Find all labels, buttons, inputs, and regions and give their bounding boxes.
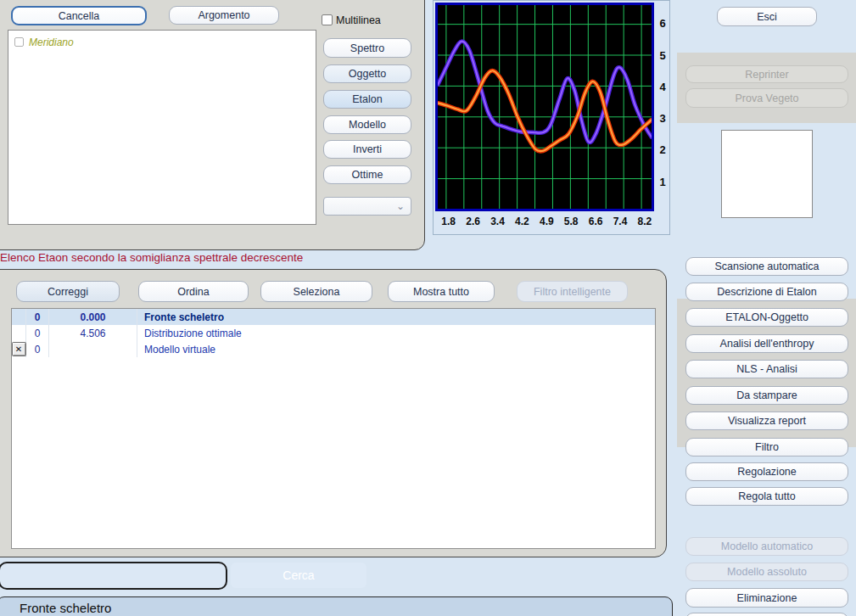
y-tick-label: 3 [656, 112, 669, 125]
modello-automatico-button: Modello automatico [685, 537, 848, 556]
purple-curve [438, 42, 652, 143]
ordina-button[interactable]: Ordina [138, 281, 249, 302]
y-tick-label: 5 [656, 49, 669, 62]
table-row[interactable]: 0 4.506 Distribuzione ottimale [12, 325, 655, 341]
delete-x-icon[interactable]: ✕ [13, 343, 25, 356]
etalon-oggetto-button[interactable]: ETALON-Oggetto [685, 308, 848, 327]
spectrum-chart-panel: 1.82.63.44.24.95.86.67.48.2 654321 [433, 0, 670, 235]
status-bar: Fronte scheletro [0, 596, 673, 616]
nls-analisi-button[interactable]: NLS - Analisi [685, 360, 848, 378]
etalon-list-header: Elenco Etaon secondo la somiglianza spet… [0, 251, 303, 264]
row-flag-cell [12, 325, 26, 341]
preview-image-box [721, 130, 813, 218]
y-tick-label: 1 [656, 176, 669, 188]
x-tick-label: 8.2 [630, 216, 659, 227]
orange-curve [438, 70, 652, 151]
visualizza-report-button[interactable]: Visualizza report [685, 412, 848, 430]
row-num-cell: 0 [26, 325, 49, 341]
cerca-button: Cerca [231, 563, 366, 588]
ottime-button[interactable]: Ottime [323, 165, 411, 184]
row-num-cell: 0 [26, 341, 49, 357]
status-bar-text: Fronte scheletro [20, 601, 111, 615]
eliminazione-button[interactable]: Eliminazione [685, 588, 848, 608]
top-left-panel: Cancella Argomento Multilinea Meridiano … [0, 0, 425, 250]
y-tick-label: 2 [656, 143, 669, 156]
filtro-intelligente-button: Filtro intelligente [517, 281, 628, 302]
row-flag-cell [12, 309, 26, 325]
etalon-list-panel: Correggi Ordina Seleziona Mostra tutto F… [0, 269, 667, 557]
chevron-down-icon: ⌄ [396, 200, 405, 212]
multilinea-checkbox[interactable] [322, 14, 333, 25]
cancella-button[interactable]: Cancella [11, 6, 147, 25]
spettro-button[interactable]: Spettro [323, 38, 411, 58]
modello-assoluto-button: Modello assoluto [685, 563, 848, 581]
filtro-button[interactable]: Filtro [685, 438, 848, 456]
application-window: Cancella Argomento Multilinea Meridiano … [0, 0, 856, 616]
row-name-cell: Distribuzione ottimale [137, 325, 655, 341]
search-input[interactable] [0, 562, 227, 590]
multilinea-checkbox-label: Multilinea [336, 14, 381, 26]
da-stampare-button[interactable]: Da stampare [685, 386, 848, 405]
row-value-cell [49, 341, 137, 357]
mode-dropdown[interactable]: ⌄ [323, 197, 411, 216]
inverti-button[interactable]: Inverti [323, 140, 411, 159]
list-item-checkbox[interactable] [14, 37, 24, 47]
row-name-cell: Fronte scheletro [137, 309, 655, 325]
meridian-listbox[interactable]: Meridiano [8, 30, 316, 225]
orange-curve [438, 70, 652, 151]
esci-button[interactable]: Esci [717, 7, 817, 26]
mostra-tutto-button[interactable]: Mostra tutto [388, 281, 495, 302]
prova-vegeto-button: Prova Vegeto [685, 88, 848, 108]
row-name-cell: Modello virtuale [137, 341, 655, 357]
argomento-button[interactable]: Argomento [169, 6, 279, 25]
correggi-button[interactable]: Correggi [16, 281, 120, 302]
analisi-enthropy-button[interactable]: Analisi dell'enthropy [685, 334, 848, 353]
y-tick-label: 4 [656, 81, 669, 93]
reprinter-button: Reprinter [685, 65, 848, 83]
spectrum-chart [435, 3, 654, 211]
row-value-cell: 0.000 [49, 309, 137, 325]
list-item-label: Meridiano [29, 36, 74, 48]
oggetto-button[interactable]: Oggetto [323, 64, 411, 83]
regolazione-button[interactable]: Regolazione [685, 462, 848, 481]
row-value-cell: 4.506 [49, 325, 137, 341]
seleziona-button[interactable]: Seleziona [260, 281, 372, 302]
scansione-automatica-button[interactable]: Scansione automatica [685, 257, 848, 276]
table-row[interactable]: ✕ 0 Modello virtuale [12, 341, 655, 357]
row-num-cell: 0 [26, 309, 49, 325]
row-flag-cell: ✕ [12, 341, 26, 357]
table-row[interactable]: 0 0.000 Fronte scheletro [12, 309, 655, 325]
descrizione-di-etalon-button[interactable]: Descrizione di Etalon [685, 283, 848, 301]
modello-button[interactable]: Modello [323, 115, 411, 134]
y-tick-label: 6 [656, 17, 669, 30]
regola-tutto-button[interactable]: Regola tutto [685, 487, 848, 506]
etalon-results-table[interactable]: 0 0.000 Fronte scheletro 0 4.506 Distrib… [11, 308, 656, 549]
partial-button[interactable] [685, 613, 848, 616]
etalon-button[interactable]: Etalon [323, 90, 411, 109]
